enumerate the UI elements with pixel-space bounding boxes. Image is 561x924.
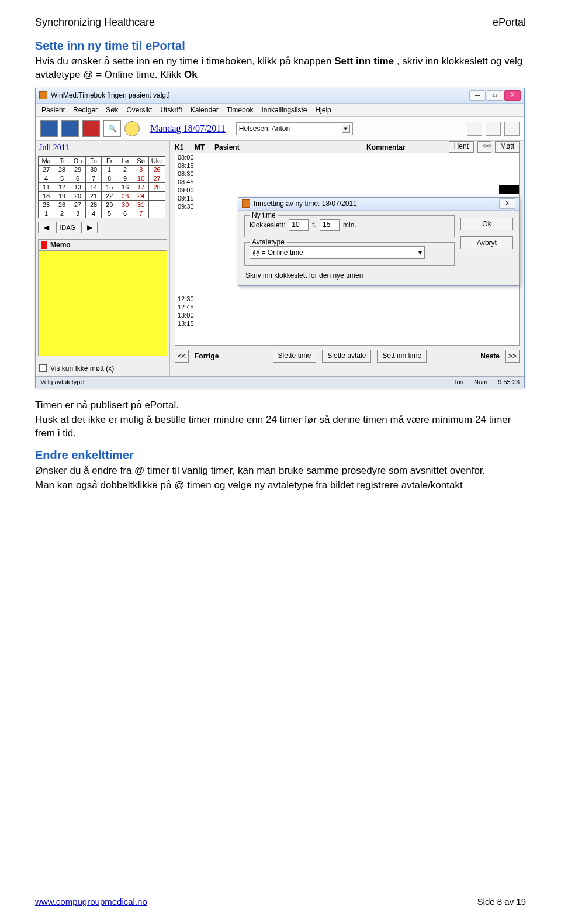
slot[interactable]: 13:15 <box>175 319 519 327</box>
col-mt: MT <box>195 143 214 151</box>
toolbar-exit-icon[interactable] <box>504 122 520 136</box>
col-k1: K1 <box>175 143 195 151</box>
scroll-marker <box>499 185 519 194</box>
memo-body[interactable] <box>38 251 167 356</box>
toolbar: 🔍 Mandag 18/07/2011 Helsesen, Anton ▾ <box>36 117 524 141</box>
cal-prev-button[interactable]: ◀ <box>38 222 54 233</box>
titlebar: WinMed:Timebok [Ingen pasient valgt] — □… <box>36 88 524 104</box>
avtaletype-value: @ = Online time <box>252 249 303 257</box>
toolbar-icon-1[interactable] <box>40 120 58 137</box>
fieldset-avtaletype: Avtaletype @ = Online time ▾ <box>244 242 455 266</box>
footer-url[interactable]: www.compugroupmedical.no <box>35 897 147 906</box>
section-2-p2: Man kan også dobbeltklikke på @ timen og… <box>35 479 526 492</box>
slette-time-button[interactable]: Slette time <box>273 350 317 363</box>
next-page-button[interactable]: >> <box>505 350 520 363</box>
menu-innkalling[interactable]: Innkallingsliste <box>261 106 307 114</box>
menu-utskrift[interactable]: Utskrift <box>160 106 182 114</box>
window-title: WinMed:Timebok [Ingen pasient valgt] <box>51 91 170 99</box>
section-title-1: Sette inn ny time til ePortal <box>35 39 526 53</box>
footer-page: Side 8 av 19 <box>477 897 526 906</box>
input-min[interactable]: 15 <box>320 219 340 231</box>
slot[interactable]: 09:00 <box>175 186 519 194</box>
app-icon <box>39 91 47 99</box>
close-button[interactable]: X <box>504 90 521 101</box>
avtaletype-combo[interactable]: @ = Online time ▾ <box>250 246 425 259</box>
menu-oversikt[interactable]: Oversikt <box>126 106 152 114</box>
sett-inn-time-button[interactable]: Sett inn time <box>377 350 427 363</box>
doctor-combo[interactable]: Helsesen, Anton ▾ <box>236 122 353 135</box>
status-time: 9:55:23 <box>498 378 520 385</box>
left-panel: Juli 2011 Ma Ti On To Fr Lø Sø Uke 27282… <box>36 141 170 376</box>
maximize-button[interactable]: □ <box>487 90 503 101</box>
kw-sett-inn: Sett inn time <box>334 56 394 67</box>
doc-header-right: ePortal <box>493 16 526 29</box>
menu-sok[interactable]: Søk <box>106 106 118 114</box>
menu-rediger[interactable]: Rediger <box>73 106 98 114</box>
status-left: Velg avtaletype <box>40 378 84 385</box>
input-hour[interactable]: 10 <box>289 219 309 231</box>
calendar-nav: ◀ iDAG ▶ <box>36 219 169 236</box>
slot[interactable]: 08:00 <box>175 153 519 161</box>
ok-button[interactable]: Ok <box>460 218 513 230</box>
prev-page-button[interactable]: << <box>175 350 189 363</box>
current-date: Mandag 18/07/2011 <box>143 123 233 134</box>
cal-h-so: Sø <box>133 156 149 165</box>
hent-button[interactable]: Hent <box>449 141 474 153</box>
badge-icon[interactable] <box>124 121 140 136</box>
slot[interactable]: 08:45 <box>175 178 519 186</box>
slot[interactable]: 12:45 <box>175 303 519 311</box>
checkbox-ikke-mott[interactable] <box>39 364 47 372</box>
slot[interactable]: 08:30 <box>175 170 519 178</box>
toolbar-icon-3[interactable] <box>82 120 100 137</box>
mott-button[interactable]: Møtt <box>495 141 520 153</box>
pin-icon <box>41 241 47 249</box>
dialog-hint: Skriv inn klokkeslett for den nye timen <box>244 270 455 280</box>
dialog-close-button[interactable]: X <box>499 198 515 209</box>
doctor-name: Helsesen, Anton <box>239 125 290 133</box>
dialog-title: Innsetting av ny time: 18/07/2011 <box>254 199 357 208</box>
col-pasient: Pasient <box>214 143 366 151</box>
toolbar-print-icon[interactable] <box>486 122 501 136</box>
slette-avtale-button[interactable]: Slette avtale <box>322 350 371 363</box>
label-klokkeslett: Klokkeslett: <box>250 221 285 229</box>
menubar: Pasient Rediger Søk Oversikt Utskrift Ka… <box>36 104 524 117</box>
chevron-down-icon: ▾ <box>342 125 350 133</box>
avbryt-button[interactable]: Avbryt <box>460 236 513 249</box>
cal-h-on: On <box>70 156 86 165</box>
right-panel: K1 MT Pasient Kommentar Hent 👓 Møtt 08:0… <box>170 141 524 376</box>
calendar[interactable]: Ma Ti On To Fr Lø Sø Uke 2728293012326 4… <box>38 156 165 218</box>
status-num: Num <box>474 378 487 385</box>
dialog-icon <box>242 199 250 208</box>
status-bar: Velg avtaletype Ins Num 9:55:23 <box>36 376 524 388</box>
p1a: Hvis du ønsker å sette inn en ny time i … <box>35 56 334 67</box>
cal-h-fr: Fr <box>102 156 117 165</box>
glasses-icon[interactable]: 👓 <box>477 141 491 153</box>
section-2-p1: Ønsker du å endre fra @ timer til vanlig… <box>35 464 526 478</box>
minimize-button[interactable]: — <box>469 90 486 101</box>
month-label: Juli 2011 <box>36 141 169 155</box>
col-kommentar: Kommentar <box>366 143 444 151</box>
toolbar-up-icon[interactable] <box>467 122 482 136</box>
legend-avtaletype: Avtaletype <box>250 238 287 246</box>
cal-h-uke: Uke <box>149 156 165 165</box>
slot[interactable]: 12:30 <box>175 295 519 303</box>
toolbar-icon-2[interactable] <box>61 120 79 137</box>
fieldset-nytime: Ny time Klokkeslett: 10 t. 15 min. <box>244 215 455 237</box>
menu-kalender[interactable]: Kalender <box>191 106 219 114</box>
cal-h-lo: Lø <box>117 156 133 165</box>
after-line-2: Husk at det ikke er mulig å bestille tim… <box>35 413 526 440</box>
slot[interactable]: 13:00 <box>175 311 519 319</box>
memo-panel: Memo <box>38 239 167 356</box>
label-t: t. <box>312 221 316 229</box>
after-line-1: Timen er nå publisert på ePortal. <box>35 399 526 412</box>
menu-timebok[interactable]: Timebok <box>227 106 254 114</box>
section-1-para: Hvis du ønsker å sette inn en ny time i … <box>35 55 526 82</box>
cal-h-ti: Ti <box>54 156 70 165</box>
footer-line <box>35 892 526 892</box>
cal-next-button[interactable]: ▶ <box>81 222 98 233</box>
menu-pasient[interactable]: Pasient <box>41 106 65 114</box>
cal-today-button[interactable]: iDAG <box>56 222 79 233</box>
search-icon[interactable]: 🔍 <box>103 120 121 137</box>
slot[interactable]: 08:15 <box>175 161 519 170</box>
menu-hjelp[interactable]: Hjelp <box>315 106 331 114</box>
